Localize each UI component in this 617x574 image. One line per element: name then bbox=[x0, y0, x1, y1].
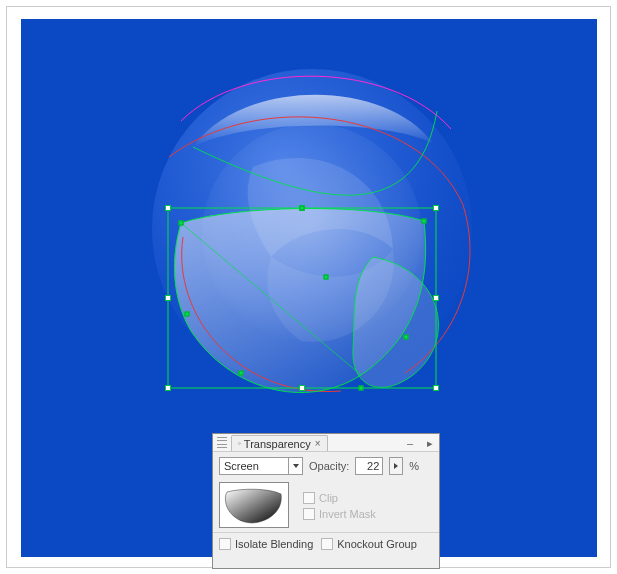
isolate-blending-checkbox[interactable]: Isolate Blending bbox=[219, 538, 313, 550]
anchor-point[interactable] bbox=[324, 275, 329, 280]
panel-grip-icon[interactable] bbox=[217, 437, 227, 449]
thumbnail-frame[interactable] bbox=[219, 482, 289, 528]
bbox-handle[interactable] bbox=[433, 205, 439, 211]
opacity-label: Opacity: bbox=[309, 460, 349, 472]
anchor-point[interactable] bbox=[239, 371, 244, 376]
invert-mask-label: Invert Mask bbox=[319, 508, 376, 520]
knockout-label: Knockout Group bbox=[337, 538, 417, 550]
anchor-point[interactable] bbox=[185, 312, 190, 317]
bbox-handle[interactable] bbox=[165, 205, 171, 211]
panel-header[interactable]: ◦ Transparency × – ▸ bbox=[213, 434, 439, 452]
clip-label: Clip bbox=[319, 492, 338, 504]
tab-label: Transparency bbox=[244, 438, 311, 450]
artboard[interactable]: ◦ Transparency × – ▸ Screen Opacity: 22 bbox=[21, 19, 597, 557]
panel-minimize-icon[interactable]: – bbox=[403, 436, 417, 450]
invert-mask-checkbox: Invert Mask bbox=[303, 508, 376, 520]
object-thumbnail bbox=[223, 486, 285, 524]
bbox-handle[interactable] bbox=[165, 295, 171, 301]
bbox-handle[interactable] bbox=[165, 385, 171, 391]
isolate-label: Isolate Blending bbox=[235, 538, 313, 550]
bbox-handle[interactable] bbox=[433, 385, 439, 391]
panel-menu-icon[interactable]: ▸ bbox=[423, 436, 437, 450]
checkbox-icon[interactable] bbox=[219, 538, 231, 550]
tab-transparency[interactable]: ◦ Transparency × bbox=[231, 435, 328, 451]
bbox-handle[interactable] bbox=[299, 385, 305, 391]
clip-checkbox: Clip bbox=[303, 492, 376, 504]
knockout-group-checkbox[interactable]: Knockout Group bbox=[321, 538, 417, 550]
tab-collapse-icon[interactable]: ◦ bbox=[238, 439, 241, 448]
app-frame: ◦ Transparency × – ▸ Screen Opacity: 22 bbox=[6, 6, 611, 568]
transparency-panel[interactable]: ◦ Transparency × – ▸ Screen Opacity: 22 bbox=[212, 433, 440, 569]
anchor-point[interactable] bbox=[359, 386, 364, 391]
blend-mode-select[interactable]: Screen bbox=[219, 457, 303, 475]
chevron-down-icon[interactable] bbox=[288, 458, 302, 474]
opacity-input[interactable]: 22 bbox=[355, 457, 383, 475]
bbox-handle[interactable] bbox=[433, 295, 439, 301]
tab-close-icon[interactable]: × bbox=[315, 438, 321, 449]
anchor-point[interactable] bbox=[300, 206, 305, 211]
anchor-point[interactable] bbox=[179, 221, 184, 226]
anchor-point[interactable] bbox=[404, 335, 409, 340]
anchor-point[interactable] bbox=[422, 219, 427, 224]
checkbox-icon bbox=[303, 492, 315, 504]
opacity-stepper[interactable] bbox=[389, 457, 403, 475]
checkbox-icon bbox=[303, 508, 315, 520]
opacity-value: 22 bbox=[367, 460, 379, 472]
checkbox-icon[interactable] bbox=[321, 538, 333, 550]
blend-mode-value: Screen bbox=[224, 460, 259, 472]
opacity-unit: % bbox=[409, 460, 419, 472]
